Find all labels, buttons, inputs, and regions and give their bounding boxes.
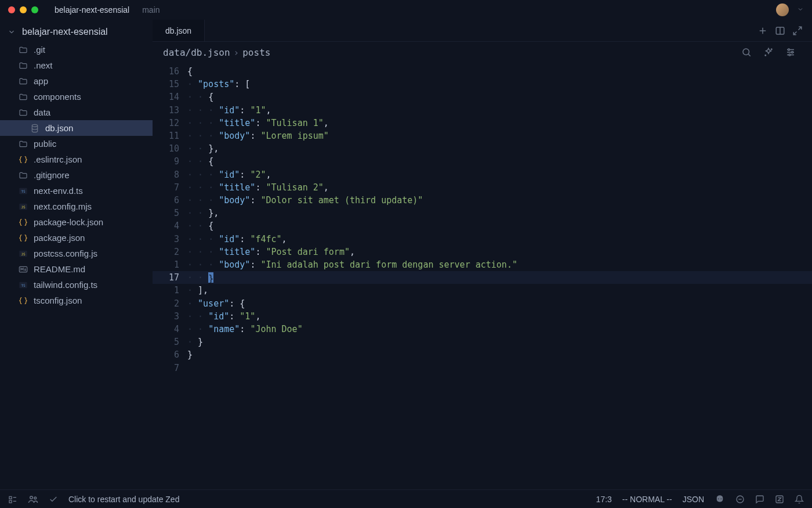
file-tree-item[interactable]: tsconfig.json	[0, 293, 153, 308]
diagnostics-icon[interactable]	[735, 495, 745, 504]
code-line: 15· "posts": [	[153, 78, 812, 91]
file-tree-item[interactable]: TStailwind.config.ts	[0, 277, 153, 293]
check-icon[interactable]	[49, 495, 58, 504]
line-content: · "posts": [	[187, 78, 250, 91]
line-content: · · · "id": "2",	[187, 168, 271, 181]
ts-icon: TS	[19, 280, 28, 290]
file-explorer: belajar-next-esensial .git.nextappcompon…	[0, 20, 153, 489]
file-tree-item[interactable]: .git	[0, 42, 153, 57]
svg-rect-27	[9, 500, 12, 503]
svg-point-16	[743, 49, 749, 55]
chevron-down-icon	[7, 27, 16, 37]
folder-icon	[19, 92, 28, 102]
code-editor[interactable]: 16{15· "posts": [14· · {13· · · "id": "1…	[153, 63, 812, 489]
line-number: 2	[153, 297, 187, 310]
line-content: · · · "title": "Tulisan 1",	[187, 117, 329, 129]
json-badge-icon	[19, 155, 28, 164]
code-line: 2· "user": {	[153, 297, 812, 310]
line-number: 7	[153, 181, 187, 194]
line-number: 5	[153, 207, 187, 219]
project-header[interactable]: belajar-next-esensial	[0, 22, 153, 42]
file-tree-label: components	[34, 92, 81, 102]
line-content: · · {	[187, 155, 213, 168]
cursor-position[interactable]: 17:3	[596, 495, 612, 504]
file-tree-item[interactable]: db.json	[0, 120, 153, 136]
file-tree-item[interactable]: JSpostcss.config.js	[0, 246, 153, 261]
breadcrumb[interactable]: data/db.json › posts	[153, 42, 812, 63]
collab-icon[interactable]	[28, 494, 38, 505]
line-number: 12	[153, 117, 187, 129]
status-bar: Click to restart and update Zed 17:3 -- …	[0, 489, 812, 508]
settings-icon[interactable]	[785, 47, 796, 57]
code-line: 14· · {	[153, 91, 812, 103]
file-tree-item[interactable]: package-lock.json	[0, 214, 153, 230]
line-number: 14	[153, 91, 187, 103]
svg-line-15	[793, 31, 796, 34]
line-number: 6	[153, 348, 187, 361]
code-line: 13· · · "id": "1",	[153, 104, 812, 117]
editor-pane: db.json data/db.json › posts 16{15· "pos…	[153, 20, 812, 489]
code-line: 4· · "name": "John Doe"	[153, 323, 812, 336]
line-content: · "user": {	[187, 297, 245, 310]
code-line: 16{	[153, 65, 812, 78]
file-tree-item[interactable]: .next	[0, 57, 153, 73]
chevron-down-icon[interactable]	[797, 5, 804, 15]
project-panel-icon[interactable]	[8, 495, 17, 504]
split-panel-button[interactable]	[775, 26, 785, 36]
zed-icon[interactable]	[775, 495, 784, 504]
file-tree-item[interactable]: public	[0, 136, 153, 152]
svg-point-25	[789, 54, 791, 56]
user-avatar[interactable]	[776, 3, 789, 16]
search-icon[interactable]	[741, 47, 752, 57]
file-tree-item[interactable]: JSnext.config.mjs	[0, 199, 153, 214]
folder-icon	[19, 61, 28, 70]
file-tree-item[interactable]: README.md	[0, 261, 153, 277]
folder-icon	[19, 171, 28, 180]
svg-rect-26	[9, 496, 12, 499]
file-tree-item[interactable]: .gitignore	[0, 167, 153, 183]
line-number: 9	[153, 155, 187, 168]
notifications-icon[interactable]	[795, 495, 804, 504]
new-tab-button[interactable]	[757, 26, 768, 36]
svg-point-24	[792, 52, 793, 53]
git-branch[interactable]: main	[142, 5, 160, 15]
tab-bar: db.json	[153, 20, 812, 42]
language-mode[interactable]: JSON	[683, 495, 704, 504]
window-controls	[8, 6, 38, 13]
minimize-window-button[interactable]	[20, 6, 27, 13]
line-content: · · · "body": "Dolor sit amet (third upd…	[187, 194, 423, 207]
code-line: 7· · · "title": "Tulisan 2",	[153, 181, 812, 194]
file-tree-item[interactable]: TSnext-env.d.ts	[0, 183, 153, 199]
file-tree-item[interactable]: .eslintrc.json	[0, 152, 153, 167]
expand-panel-button[interactable]	[792, 26, 803, 36]
svg-point-31	[34, 496, 37, 499]
feedback-icon[interactable]	[755, 495, 764, 504]
line-number: 1	[153, 284, 187, 297]
chevron-right-icon: ›	[234, 47, 240, 58]
code-line: 10· · },	[153, 142, 812, 155]
update-message[interactable]: Click to restart and update Zed	[68, 495, 179, 504]
assistant-icon[interactable]	[763, 47, 774, 57]
svg-text:JS: JS	[21, 204, 26, 208]
code-line: 5· }	[153, 336, 812, 348]
file-tree-item[interactable]: package.json	[0, 230, 153, 246]
maximize-window-button[interactable]	[31, 6, 38, 13]
project-title[interactable]: belajar-next-esensial	[55, 5, 129, 15]
titlebar: belajar-next-esensial main	[0, 0, 812, 20]
tab-db-json[interactable]: db.json	[153, 20, 205, 41]
code-line: 11· · · "body": "Lorem ipsum"	[153, 129, 812, 142]
close-window-button[interactable]	[8, 6, 15, 13]
file-tree-label: .git	[34, 45, 45, 55]
file-tree-label: db.json	[45, 123, 73, 133]
file-tree-item[interactable]: app	[0, 73, 153, 89]
file-tree-label: next.config.mjs	[34, 201, 92, 211]
copilot-icon[interactable]	[715, 494, 725, 505]
file-tree-label: app	[34, 76, 48, 86]
line-content: · }	[187, 336, 203, 348]
line-number: 11	[153, 129, 187, 142]
editor-mode: -- NORMAL --	[622, 495, 672, 504]
json-icon	[19, 233, 28, 243]
file-tree-item[interactable]: data	[0, 105, 153, 120]
code-line: 6}	[153, 348, 812, 361]
file-tree-item[interactable]: components	[0, 89, 153, 105]
